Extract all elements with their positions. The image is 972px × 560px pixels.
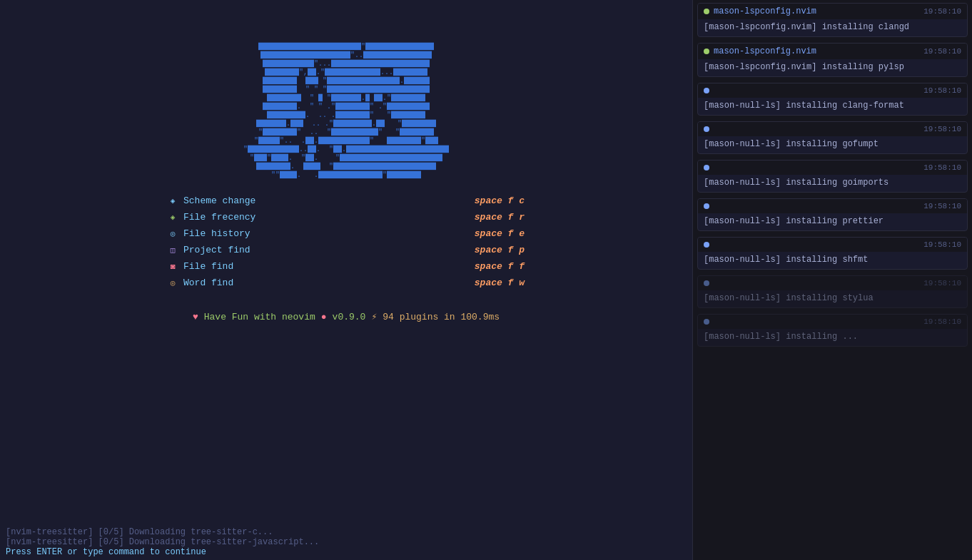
file-find-shortcut: space f f: [475, 261, 525, 272]
project-find-label: Project find: [183, 245, 250, 255]
notification-header-8: 19:58:10: [698, 315, 967, 329]
notification-time-2: 19:58:10: [923, 86, 961, 95]
file-find-label: File find: [183, 261, 233, 272]
notification-plugin-3: [704, 126, 709, 132]
right-panel: mason-lspconfig.nvim19:58:10[mason-lspco…: [692, 0, 972, 560]
notification-plugin-1: mason-lspconfig.nvim: [704, 46, 816, 56]
notification-card-6: 19:58:10[mason-null-ls] installing shfmt: [697, 237, 968, 270]
notification-time-4: 19:58:10: [923, 163, 961, 172]
notification-body-8: [mason-null-ls] installing ...: [698, 329, 967, 346]
notification-card-2: 19:58:10[mason-null-ls] installing clang…: [697, 83, 968, 116]
notification-header-7: 19:58:10: [698, 276, 967, 290]
notification-time-3: 19:58:10: [923, 125, 961, 133]
menu-item-file-history[interactable]: ◎ File history space f e: [168, 227, 525, 240]
main-area: ████████████████████████"███████████████…: [0, 0, 692, 560]
notification-header-1: mason-lspconfig.nvim19:58:10: [698, 44, 967, 59]
status-dot-6: [704, 242, 709, 248]
notification-header-0: mason-lspconfig.nvim19:58:10: [698, 4, 967, 19]
heart-icon: ♥: [193, 312, 198, 322]
status-dot-5: [704, 203, 709, 209]
menu-item-file-frecency[interactable]: ◈ File frecency space f r: [168, 210, 525, 224]
notification-card-7: 19:58:10[mason-null-ls] installing stylu…: [697, 275, 968, 308]
notification-time-0: 19:58:10: [923, 7, 961, 16]
notification-plugin-2: [704, 88, 709, 93]
notification-plugin-0: mason-lspconfig.nvim: [704, 6, 816, 16]
menu-item-scheme-change[interactable]: ◈ Scheme change space f c: [168, 194, 525, 208]
project-find-shortcut: space f p: [475, 245, 525, 255]
notification-body-2: [mason-null-ls] installing clang-format: [698, 98, 967, 115]
notification-time-8: 19:58:10: [923, 317, 961, 326]
menu-container: ◈ Scheme change space f c ◈ File frecenc…: [168, 194, 525, 290]
notification-card-3: 19:58:10[mason-null-ls] installing gofum…: [697, 121, 968, 154]
notification-header-5: 19:58:10: [698, 199, 967, 213]
notification-body-7: [mason-null-ls] installing stylua: [698, 290, 967, 307]
scheme-change-shortcut: space f c: [475, 195, 525, 206]
bottom-bar: [nvim-treesitter] [0/5] Downloading tree…: [0, 524, 692, 560]
notification-body-6: [mason-null-ls] installing shfmt: [698, 252, 967, 269]
notification-plugin-5: [704, 203, 709, 209]
notification-card-5: 19:58:10[mason-null-ls] installing prett…: [697, 198, 968, 231]
word-find-icon: ◎: [168, 278, 178, 287]
status-dot-7: [704, 280, 709, 286]
project-find-icon: ◫: [168, 245, 178, 255]
file-history-label: File history: [183, 228, 250, 239]
notification-card-1: mason-lspconfig.nvim19:58:10[mason-lspco…: [697, 43, 968, 77]
status-dot-8: [704, 319, 709, 325]
notification-header-3: 19:58:10: [698, 122, 967, 136]
notification-plugin-7: [704, 280, 709, 286]
file-frecency-shortcut: space f r: [475, 212, 525, 223]
file-frecency-label: File frecency: [183, 212, 255, 223]
notification-header-2: 19:58:10: [698, 83, 967, 98]
notification-body-4: [mason-null-ls] installing goimports: [698, 175, 967, 192]
notification-body-3: [mason-null-ls] installing gofumpt: [698, 136, 967, 153]
word-find-shortcut: space f w: [475, 278, 525, 288]
menu-item-word-find[interactable]: ◎ Word find space f w: [168, 276, 525, 290]
notification-header-6: 19:58:10: [698, 238, 967, 252]
notification-card-8: 19:58:10[mason-null-ls] installing ...: [697, 314, 968, 347]
bottom-line-1: [nvim-treesitter] [0/5] Downloading tree…: [6, 527, 687, 537]
bottom-line-2: [nvim-treesitter] [0/5] Downloading tree…: [6, 537, 687, 547]
notification-plugin-6: [704, 242, 709, 248]
notification-time-7: 19:58:10: [923, 279, 961, 287]
file-history-icon: ◎: [168, 229, 178, 238]
notification-plugin-8: [704, 319, 709, 325]
status-dot-2: [704, 88, 709, 93]
file-history-shortcut: space f e: [475, 228, 525, 239]
status-dot-4: [704, 165, 709, 170]
menu-item-project-find[interactable]: ◫ Project find space f p: [168, 243, 525, 257]
status-dot-0: [704, 9, 709, 14]
footer-plugins: 94 plugins in 100.9ms: [383, 312, 500, 322]
file-find-icon: ◙: [168, 263, 178, 271]
footer: ♥ Have Fun with neovim ● v0.9.0 ⚡ 94 plu…: [193, 311, 500, 322]
notification-card-0: mason-lspconfig.nvim19:58:10[mason-lspco…: [697, 3, 968, 37]
notification-time-5: 19:58:10: [923, 202, 961, 210]
notification-header-4: 19:58:10: [698, 161, 967, 175]
word-find-label: Word find: [183, 278, 233, 288]
notification-body-0: [mason-lspconfig.nvim] installing clangd: [698, 19, 967, 36]
menu-item-file-find[interactable]: ◙ File find space f f: [168, 260, 525, 273]
notification-time-6: 19:58:10: [923, 240, 961, 249]
file-frecency-icon: ◈: [168, 213, 178, 222]
footer-dot: ●: [321, 312, 327, 322]
notification-time-1: 19:58:10: [923, 47, 961, 56]
bottom-prompt[interactable]: Press ENTER or type command to continue: [6, 547, 687, 557]
scheme-change-icon: ◈: [168, 196, 178, 205]
footer-version: v0.9.0: [333, 312, 366, 322]
notification-body-5: [mason-null-ls] installing prettier: [698, 213, 967, 230]
notification-plugin-4: [704, 165, 709, 170]
notification-card-4: 19:58:10[mason-null-ls] installing goimp…: [697, 160, 968, 193]
footer-warning-icon: ⚡: [371, 311, 377, 322]
status-dot-3: [704, 126, 709, 132]
notification-body-1: [mason-lspconfig.nvim] installing pylsp: [698, 59, 967, 76]
scheme-change-label: Scheme change: [183, 195, 255, 206]
ascii-art: ████████████████████████"███████████████…: [243, 43, 449, 180]
status-dot-1: [704, 49, 709, 54]
footer-text: Have Fun with neovim: [204, 312, 315, 322]
